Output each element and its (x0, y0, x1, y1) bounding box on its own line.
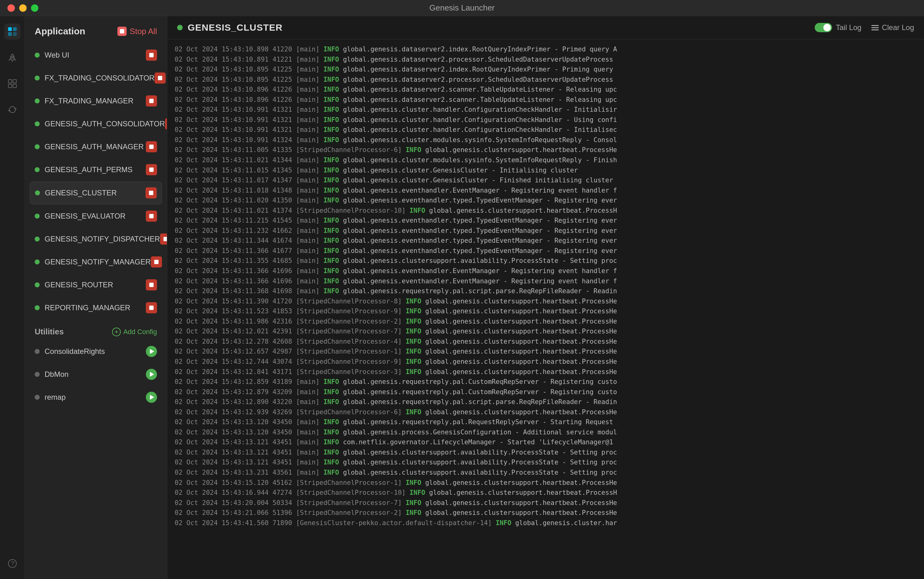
app-item[interactable]: FX_TRADING_MANAGER (30, 90, 162, 112)
log-line: 02 Oct 2024 15:43:11.020 41350 [main] IN… (175, 195, 917, 206)
log-line: 02 Oct 2024 15:43:10.896 41226 [main] IN… (175, 85, 917, 95)
app-stop-button[interactable] (146, 187, 157, 198)
menu-icon (872, 25, 879, 30)
tail-log-toggle[interactable] (815, 23, 832, 32)
app-stop-button[interactable] (146, 302, 157, 313)
sidebar-icon-sync[interactable] (4, 101, 20, 118)
app-item[interactable]: Web UI (30, 44, 162, 66)
app-stop-button[interactable] (146, 279, 157, 290)
add-config-button[interactable]: +Add Config (112, 327, 157, 336)
menu-line-2 (872, 27, 879, 28)
plus-circle-icon: + (112, 327, 121, 336)
utility-item[interactable]: remap (30, 386, 162, 408)
svg-rect-1 (13, 27, 17, 31)
app-item[interactable]: GENESIS_CLUSTER (30, 182, 162, 204)
app-item[interactable]: FX_TRADING_CONSOLIDATOR (30, 67, 162, 89)
app-item-left: FX_TRADING_MANAGER (35, 96, 134, 105)
app-name: GENESIS_NOTIFY_DISPATCHER (44, 235, 160, 244)
main-container: ? Application Stop All Web UIFX_TRADING_… (0, 16, 924, 579)
app-item-left: GENESIS_EVALUATOR (35, 212, 126, 221)
app-stop-button[interactable] (146, 141, 157, 152)
utility-play-button[interactable] (146, 346, 157, 357)
minimize-button[interactable] (19, 4, 27, 12)
app-name: FX_TRADING_MANAGER (44, 96, 134, 105)
app-stop-button[interactable] (151, 256, 162, 268)
utility-name: DbMon (44, 370, 69, 379)
sidebar-icon-genesis[interactable] (4, 23, 20, 39)
app-item[interactable]: REPORTING_MANAGER (30, 297, 162, 319)
app-item[interactable]: GENESIS_NOTIFY_DISPATCHER (30, 228, 162, 250)
traffic-lights (7, 4, 38, 12)
app-item[interactable]: GENESIS_AUTH_CONSOLIDATOR (30, 113, 162, 135)
utility-item-left: ConsolidateRights (35, 347, 105, 356)
utility-status-dot (35, 372, 40, 377)
app-item[interactable]: GENESIS_NOTIFY_MANAGER (30, 251, 162, 273)
app-stop-button[interactable] (146, 211, 157, 222)
svg-rect-3 (13, 32, 17, 36)
log-line: 02 Oct 2024 15:43:13.231 43561 [main] IN… (175, 468, 917, 478)
stop-icon-inner (149, 191, 153, 195)
app-name: FX_TRADING_CONSOLIDATOR (44, 74, 155, 82)
clear-log-button[interactable]: Clear Log (872, 23, 914, 32)
log-content[interactable]: 02 Oct 2024 15:43:10.898 41220 [main] IN… (167, 39, 924, 579)
toggle-knob (823, 24, 831, 31)
sidebar-icon-help[interactable]: ? (4, 556, 20, 572)
app-item[interactable]: GENESIS_AUTH_PERMS (30, 159, 162, 181)
app-name: GENESIS_CLUSTER (45, 188, 117, 197)
app-name: GENESIS_NOTIFY_MANAGER (44, 258, 151, 266)
log-line: 02 Oct 2024 15:43:41.560 71890 [GenesisC… (175, 518, 917, 528)
app-stop-button[interactable] (146, 95, 157, 106)
app-stop-button[interactable] (146, 49, 157, 61)
log-line: 02 Oct 2024 15:43:12.657 42987 [StripedC… (175, 347, 917, 357)
log-line: 02 Oct 2024 15:43:12.841 43171 [StripedC… (175, 367, 917, 377)
sidebar-icon-rocket[interactable] (4, 49, 20, 65)
status-dot (35, 260, 40, 265)
status-dot (35, 214, 40, 219)
log-line: 02 Oct 2024 15:43:12.939 43269 [StripedC… (175, 407, 917, 417)
stop-all-icon (117, 27, 127, 36)
app-item-left: REPORTING_MANAGER (35, 303, 130, 312)
log-line: 02 Oct 2024 15:43:13.121 43451 [main] IN… (175, 447, 917, 458)
status-dot (35, 282, 40, 287)
app-stop-button[interactable] (155, 72, 166, 83)
utilities-label: Utilities (35, 327, 64, 337)
utility-play-button[interactable] (146, 392, 157, 403)
log-title-area: GENESIS_CLUSTER (177, 22, 283, 33)
utility-play-button[interactable] (146, 369, 157, 380)
stop-icon-inner (149, 99, 154, 103)
app-name: REPORTING_MANAGER (44, 303, 130, 312)
utility-item[interactable]: DbMon (30, 363, 162, 386)
svg-rect-2 (8, 32, 12, 36)
utility-name: remap (44, 393, 65, 402)
utility-name: ConsolidateRights (44, 347, 105, 356)
app-stop-button[interactable] (165, 118, 167, 129)
stop-icon-inner (158, 76, 162, 80)
stop-all-icon-inner (120, 29, 124, 33)
app-name: GENESIS_ROUTER (44, 281, 113, 289)
utility-item[interactable]: ConsolidateRights (30, 340, 162, 363)
utility-item-left: DbMon (35, 370, 69, 379)
log-line: 02 Oct 2024 15:43:12.879 43209 [main] IN… (175, 387, 917, 397)
log-line: 02 Oct 2024 15:43:11.355 41685 [main] IN… (175, 256, 917, 266)
app-item[interactable]: GENESIS_AUTH_MANAGER (30, 136, 162, 158)
log-line: 02 Oct 2024 15:43:12.744 43074 [StripedC… (175, 357, 917, 367)
titlebar: Genesis Launcher (0, 0, 924, 16)
log-line: 02 Oct 2024 15:43:10.898 41220 [main] IN… (175, 44, 917, 54)
app-item[interactable]: GENESIS_EVALUATOR (30, 205, 162, 227)
app-stop-button[interactable] (160, 234, 167, 245)
log-line: 02 Oct 2024 15:43:11.390 41720 [StripedC… (175, 296, 917, 306)
log-line: 02 Oct 2024 15:43:11.018 41348 [main] IN… (175, 185, 917, 196)
stop-all-button[interactable]: Stop All (117, 27, 157, 36)
log-line: 02 Oct 2024 15:43:13.121 43451 [main] IN… (175, 437, 917, 447)
status-dot (35, 98, 40, 103)
close-button[interactable] (7, 4, 15, 12)
app-name: GENESIS_AUTH_MANAGER (44, 142, 144, 151)
maximize-button[interactable] (31, 4, 38, 12)
log-line: 02 Oct 2024 15:43:11.366 41696 [main] IN… (175, 266, 917, 276)
panel-header: Application Stop All (25, 16, 167, 44)
app-item[interactable]: GENESIS_ROUTER (30, 274, 162, 296)
svg-rect-0 (8, 27, 12, 31)
log-line: 02 Oct 2024 15:43:11.015 41345 [main] IN… (175, 165, 917, 175)
sidebar-icon-grid[interactable] (4, 75, 20, 92)
app-stop-button[interactable] (146, 164, 157, 175)
